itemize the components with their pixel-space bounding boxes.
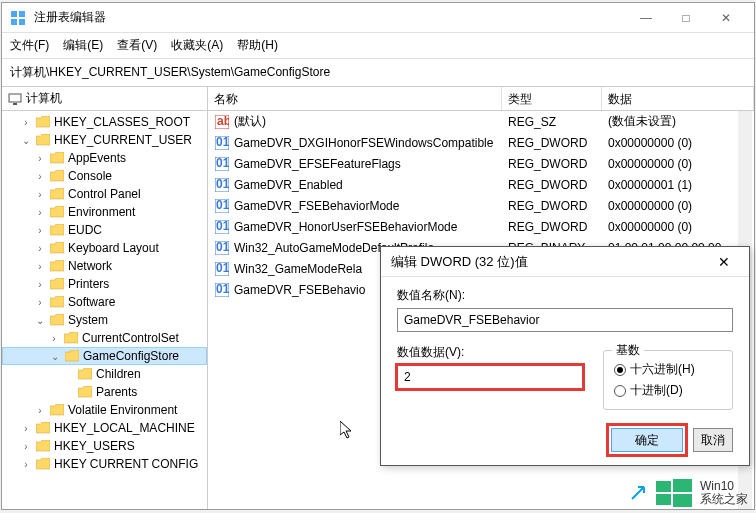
tree-item[interactable]: ›Console [2,167,207,185]
tree-item[interactable]: ›Volatile Environment [2,401,207,419]
tree-item[interactable]: ›Printers [2,275,207,293]
tree-item[interactable]: ⌄System [2,311,207,329]
menu-view[interactable]: 查看(V) [117,37,157,54]
chevron-right-icon[interactable]: › [20,441,32,452]
name-input[interactable] [397,308,733,332]
tree-item[interactable]: ›EUDC [2,221,207,239]
titlebar: 注册表编辑器 — □ ✕ [2,3,754,33]
chevron-right-icon[interactable]: › [48,333,60,344]
tree-item[interactable]: ›HKEY_USERS [2,437,207,455]
svg-rect-26 [656,494,671,505]
binary-value-icon: 011 [214,219,230,235]
list-row[interactable]: 011GameDVR_FSEBehaviorModeREG_DWORD0x000… [208,195,754,216]
value-data: (数值未设置) [602,113,754,130]
tree-item-label: System [68,313,108,327]
dialog-close-button[interactable]: ✕ [709,254,739,270]
addressbar[interactable]: 计算机\HKEY_CURRENT_USER\System\GameConfigS… [2,59,754,87]
tree-body: ›HKEY_CLASSES_ROOT⌄HKEY_CURRENT_USER›App… [2,111,207,475]
chevron-down-icon[interactable]: ⌄ [20,135,32,146]
maximize-button[interactable]: □ [666,4,706,32]
tree-item-label: Software [68,295,115,309]
folder-icon [77,385,93,399]
name-label: 数值名称(N): [397,287,733,304]
chevron-right-icon[interactable]: › [20,459,32,470]
chevron-right-icon[interactable]: › [20,423,32,434]
menu-help[interactable]: 帮助(H) [237,37,278,54]
tree-item-label: GameConfigStore [83,349,179,363]
chevron-right-icon[interactable]: › [34,243,46,254]
chevron-right-icon[interactable]: › [20,117,32,128]
folder-icon [35,115,51,129]
window-title: 注册表编辑器 [34,9,626,26]
menu-favorites[interactable]: 收藏夹(A) [171,37,223,54]
list-row[interactable]: 011GameDVR_HonorUserFSEBehaviorModeREG_D… [208,216,754,237]
list-row[interactable]: 011GameDVR_DXGIHonorFSEWindowsCompatible… [208,132,754,153]
close-button[interactable]: ✕ [706,4,746,32]
value-type: REG_DWORD [502,220,602,234]
chevron-right-icon[interactable]: › [34,207,46,218]
tree-item-label: Environment [68,205,135,219]
tree-item[interactable]: ›Keyboard Layout [2,239,207,257]
tree-item[interactable]: ›CurrentControlSet [2,329,207,347]
chevron-right-icon[interactable]: › [34,261,46,272]
col-header-type[interactable]: 类型 [502,87,602,110]
svg-rect-1 [19,11,25,17]
svg-rect-0 [11,11,17,17]
minimize-button[interactable]: — [626,4,666,32]
tree-item[interactable]: ⌄GameConfigStore [2,347,207,365]
chevron-right-icon[interactable]: › [34,225,46,236]
list-row[interactable]: ab(默认)REG_SZ(数值未设置) [208,111,754,132]
tree-item[interactable]: Children [2,365,207,383]
chevron-right-icon[interactable]: › [34,405,46,416]
menu-file[interactable]: 文件(F) [10,37,49,54]
list-row[interactable]: 011GameDVR_EFSEFeatureFlagsREG_DWORD0x00… [208,153,754,174]
tree-item-label: CurrentControlSet [82,331,179,345]
tree-root[interactable]: 计算机 [2,87,207,111]
folder-icon [49,313,65,327]
radio-hex-label: 十六进制(H) [630,361,695,378]
data-input[interactable] [397,365,583,389]
ok-button[interactable]: 确定 [611,428,683,452]
tree-item[interactable]: ›HKEY_LOCAL_MACHINE [2,419,207,437]
folder-icon [63,331,79,345]
value-name: GameDVR_FSEBehavio [234,283,365,297]
tree-item[interactable]: ›Software [2,293,207,311]
tree-item[interactable]: ›Environment [2,203,207,221]
dialog-title-text: 编辑 DWORD (32 位)值 [391,253,709,271]
value-type: REG_DWORD [502,199,602,213]
list-header: 名称 类型 数据 [208,87,754,111]
edit-dword-dialog: 编辑 DWORD (32 位)值 ✕ 数值名称(N): 数值数据(V): 基数 … [380,246,750,466]
folder-icon [64,349,80,363]
cancel-button[interactable]: 取消 [693,428,733,452]
radio-dec-label: 十进制(D) [630,382,683,399]
tree-item[interactable]: ›AppEvents [2,149,207,167]
col-header-name[interactable]: 名称 [208,87,502,110]
base-group: 基数 十六进制(H) 十进制(D) [603,350,733,410]
radio-hex[interactable]: 十六进制(H) [614,361,722,378]
chevron-down-icon[interactable]: ⌄ [34,315,46,326]
tree-item-label: Keyboard Layout [68,241,159,255]
tree-root-label: 计算机 [26,90,62,107]
list-row[interactable]: 011GameDVR_EnabledREG_DWORD0x00000001 (1… [208,174,754,195]
tree-item[interactable]: ›HKEY CURRENT CONFIG [2,455,207,473]
col-header-data[interactable]: 数据 [602,87,754,110]
tree-item[interactable]: ›Control Panel [2,185,207,203]
chevron-right-icon[interactable]: › [34,189,46,200]
value-type: REG_DWORD [502,178,602,192]
tree-item[interactable]: ›HKEY_CLASSES_ROOT [2,113,207,131]
chevron-right-icon[interactable]: › [34,153,46,164]
menubar: 文件(F) 编辑(E) 查看(V) 收藏夹(A) 帮助(H) [2,33,754,59]
chevron-down-icon[interactable]: ⌄ [49,351,61,362]
value-type: REG_SZ [502,115,602,129]
binary-value-icon: 011 [214,135,230,151]
menu-edit[interactable]: 编辑(E) [63,37,103,54]
svg-rect-3 [19,19,25,25]
chevron-right-icon[interactable]: › [34,171,46,182]
tree-item[interactable]: ⌄HKEY_CURRENT_USER [2,131,207,149]
chevron-right-icon[interactable]: › [34,279,46,290]
tree-item[interactable]: ›Network [2,257,207,275]
windows-logo-icon [654,479,694,507]
radio-dec[interactable]: 十进制(D) [614,382,722,399]
tree-item[interactable]: Parents [2,383,207,401]
chevron-right-icon[interactable]: › [34,297,46,308]
